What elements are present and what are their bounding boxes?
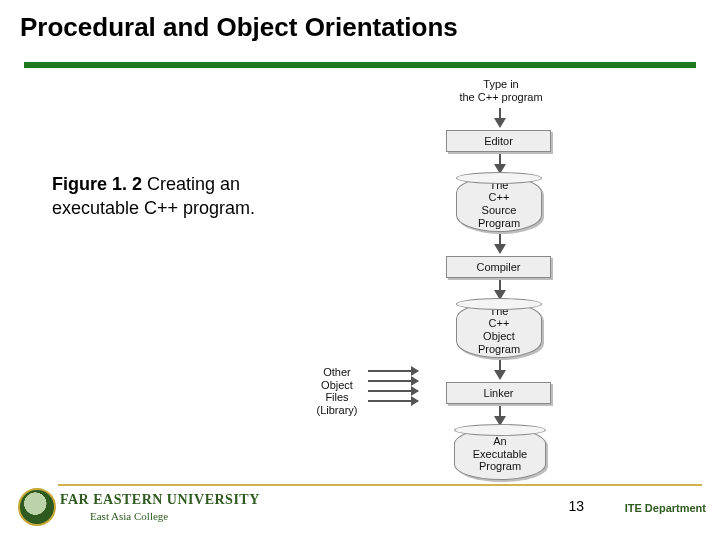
flow-diagram: Type in the C++ program Editor The C++ S… [296,78,596,490]
department-name: ITE Department [625,502,706,514]
object-cylinder: The C++ Object Program [456,302,542,358]
arrow-icon [494,244,506,254]
arrow-icon [494,118,506,128]
university-seal-icon [18,488,56,526]
source-cylinder: The C++ Source Program [456,176,542,232]
title-underline [24,62,696,68]
figure-number: Figure 1. 2 [52,174,142,194]
exe-label: An Executable Program [455,435,545,473]
compiler-label: Compiler [447,261,550,274]
object-label: The C++ Object Program [457,305,541,356]
arrow-right-icon [368,390,418,392]
figure-caption: Figure 1. 2 Creating an executable C++ p… [52,172,262,221]
source-label: The C++ Source Program [457,179,541,230]
slide-footer: FAR EASTERN UNIVERSITY East Asia College… [0,484,720,540]
start-label: Type in the C++ program [446,78,556,103]
editor-label: Editor [447,135,550,148]
college-name: East Asia College [90,510,168,522]
linker-box: Linker [446,382,551,404]
exe-cylinder: An Executable Program [454,428,546,480]
library-label: Other Object Files (Library) [308,366,366,417]
editor-box: Editor [446,130,551,152]
compiler-box: Compiler [446,256,551,278]
slide-title: Procedural and Object Orientations [20,12,458,43]
arrow-icon [494,370,506,380]
arrow-right-icon [368,380,418,382]
arrow-right-icon [368,370,418,372]
linker-label: Linker [447,387,550,400]
arrow-right-icon [368,400,418,402]
university-name: FAR EASTERN UNIVERSITY [60,492,260,508]
footer-divider [58,484,702,486]
page-number: 13 [568,498,584,514]
